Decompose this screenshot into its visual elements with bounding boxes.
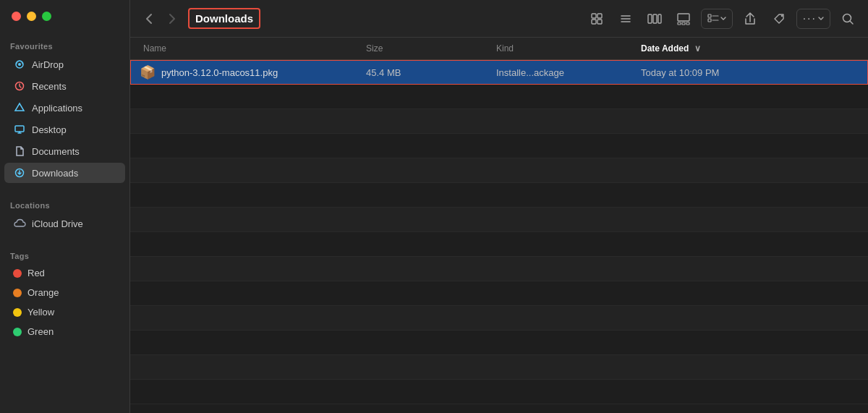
toolbar: Downloads [130,0,868,38]
file-name-cell: 📦 python-3.12.0-macos11.pkg [140,64,362,80]
empty-row [130,158,868,183]
empty-row [130,85,868,109]
sidebar-item-tag-green[interactable]: Green [4,323,125,341]
svg-rect-20 [708,19,711,22]
empty-row [130,109,868,134]
empty-row [130,134,868,158]
sidebar-item-airdrop-label: AirDrop [32,59,64,70]
svg-rect-15 [678,14,689,21]
back-button[interactable] [139,9,159,29]
col-header-name[interactable]: Name [139,41,362,56]
sidebar-item-documents[interactable]: Documents [4,141,125,161]
sidebar: Favourites AirDrop Recents Applicat [0,0,130,413]
favourites-section-label: Favourites [0,36,129,54]
sidebar-item-desktop[interactable]: Desktop [4,119,125,140]
tag-red-label: Red [27,268,45,278]
sidebar-item-tag-yellow[interactable]: Yellow [4,303,125,321]
svg-rect-12 [648,14,652,23]
share-button[interactable] [739,7,762,30]
svg-rect-8 [597,20,602,24]
file-name: python-3.12.0-macos11.pkg [161,67,278,78]
empty-row [130,281,868,306]
downloads-icon [13,166,26,179]
svg-rect-18 [686,22,689,25]
file-list: Name Size Kind Date Added ∨ 📦 python-3.1… [130,38,868,413]
icloud-icon [13,217,26,230]
empty-row [130,232,868,257]
nav-buttons [139,9,182,29]
sidebar-item-recents-label: Recents [32,81,67,92]
empty-row [130,208,868,232]
empty-row [130,355,868,380]
file-kind: Installe...ackage [492,67,637,78]
col-header-size[interactable]: Size [362,41,492,56]
grid-view-button[interactable] [585,7,608,30]
table-row[interactable]: 📦 python-3.12.0-macos11.pkg 45.4 MB Inst… [130,60,868,85]
column-view-button[interactable] [643,7,666,30]
yellow-tag-dot [13,308,22,317]
svg-rect-17 [682,22,685,25]
sidebar-item-documents-label: Documents [32,146,80,157]
empty-row [130,380,868,404]
empty-row [130,306,868,331]
window-title: Downloads [188,8,260,29]
tag-green-label: Green [27,326,54,337]
sidebar-item-applications-label: Applications [32,103,82,114]
svg-point-1 [18,63,21,66]
sort-arrow-icon: ∨ [694,43,701,54]
svg-rect-13 [653,14,657,23]
empty-row [130,257,868,281]
svg-rect-16 [678,22,681,25]
sidebar-item-recents[interactable]: Recents [4,76,125,96]
gallery-view-button[interactable] [672,7,695,30]
svg-rect-14 [658,14,661,23]
more-button[interactable]: ··· [796,9,830,29]
recents-icon [13,80,26,93]
sidebar-item-icloud[interactable]: iCloud Drive [4,213,125,234]
maximize-button[interactable] [42,12,51,21]
main-area: Downloads [130,0,868,413]
pkg-file-icon: 📦 [140,64,156,80]
traffic-lights[interactable] [12,12,51,21]
column-headers: Name Size Kind Date Added ∨ [130,38,868,60]
svg-line-25 [850,21,853,24]
sidebar-item-icloud-label: iCloud Drive [32,218,83,229]
tag-button[interactable] [767,7,791,30]
sidebar-item-downloads[interactable]: Downloads [4,163,125,183]
tags-section-label: Tags [0,246,129,263]
empty-row [130,183,868,208]
sidebar-item-desktop-label: Desktop [32,124,67,135]
red-tag-dot [13,269,22,278]
locations-section-label: Locations [0,195,129,213]
orange-tag-dot [13,289,22,297]
col-header-kind[interactable]: Kind [492,41,637,56]
file-rows: 📦 python-3.12.0-macos11.pkg 45.4 MB Inst… [130,60,868,413]
airdrop-icon [13,58,26,71]
svg-rect-6 [597,14,602,18]
list-view-button[interactable] [614,7,637,30]
sidebar-item-downloads-label: Downloads [32,168,78,179]
desktop-icon [13,123,26,136]
sidebar-item-tag-orange[interactable]: Orange [4,284,125,302]
svg-rect-7 [592,20,596,24]
tag-yellow-label: Yellow [27,307,54,318]
tag-orange-label: Orange [27,287,59,298]
file-size: 45.4 MB [362,67,492,78]
svg-rect-3 [15,126,24,132]
svg-rect-5 [592,14,596,18]
sidebar-item-airdrop[interactable]: AirDrop [4,54,125,74]
forward-button[interactable] [162,9,182,29]
col-header-date-added[interactable]: Date Added ∨ [637,41,859,56]
svg-rect-19 [708,14,711,17]
svg-point-23 [780,14,782,16]
search-button[interactable] [836,7,859,30]
sidebar-item-applications[interactable]: Applications [4,98,125,118]
sidebar-item-tag-red[interactable]: Red [4,264,125,282]
documents-icon [13,145,26,158]
empty-row [130,331,868,355]
applications-icon [13,101,26,114]
file-date-added: Today at 10:09 PM [637,67,859,78]
minimize-button[interactable] [27,12,36,21]
close-button[interactable] [12,12,21,21]
group-by-button[interactable] [701,9,733,29]
